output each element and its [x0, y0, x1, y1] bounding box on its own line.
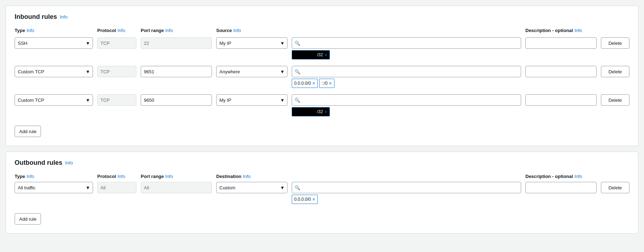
source-select-1[interactable]: My IP Anywhere Custom: [216, 37, 287, 49]
out-col-protocol-info[interactable]: Info: [118, 174, 125, 179]
outbound-rules-section: Outbound rules Info Type Info Protocol I…: [6, 152, 638, 233]
col-type: Type Info: [15, 28, 93, 33]
source-search-wrapper-2: 🔍: [292, 66, 521, 77]
out-port-cell-1: All: [141, 182, 212, 193]
port-input-1: 22: [141, 37, 212, 49]
type-select-1[interactable]: SSH Custom TCP All traffic: [15, 37, 93, 49]
out-type-select-1[interactable]: All traffic Custom TCP SSH: [15, 182, 93, 193]
inbound-rules-section: Inbound rules Info Type Info Protocol In…: [6, 6, 638, 146]
port-input-2[interactable]: [141, 66, 212, 77]
tag-close-2-1[interactable]: ×: [312, 81, 315, 86]
col-protocol-info[interactable]: Info: [118, 28, 125, 33]
desc-input-2[interactable]: [525, 66, 597, 77]
source-value-cell-2: 🔍 0.0.0.0/0 × ::/0 ×: [292, 66, 521, 89]
outbound-title-row: Outbound rules Info: [15, 159, 629, 167]
inbound-title: Inbound rules: [15, 13, 57, 21]
port-cell-2: [141, 66, 212, 77]
type-select-wrapper-3: SSH Custom TCP All traffic ▼: [15, 94, 93, 106]
out-col-destination: Destination Info: [216, 174, 287, 179]
desc-cell-3: [525, 94, 597, 106]
outbound-rule-row-1: All traffic Custom TCP SSH ▼ All All Cus…: [15, 182, 629, 205]
outbound-add-rule-button[interactable]: Add rule: [15, 213, 41, 225]
out-dest-select-cell-1: Custom Anywhere My IP ▼: [216, 182, 287, 193]
out-protocol-cell-1: All: [97, 182, 136, 193]
source-tags-1: /32 ×: [292, 50, 521, 60]
source-select-wrapper-2: My IP Anywhere Custom ▼: [216, 66, 287, 77]
search-icon-1: 🔍: [295, 41, 300, 46]
inbound-info-link[interactable]: Info: [60, 14, 68, 20]
col-description-info[interactable]: Info: [575, 28, 582, 33]
col-port-range: Port range Info: [141, 28, 212, 33]
source-search-input-3[interactable]: [292, 94, 521, 106]
out-col-description: Description - optional Info: [525, 174, 597, 179]
source-value-cell-1: 🔍 /32 ×: [292, 37, 521, 60]
out-dest-select-wrapper-1: Custom Anywhere My IP ▼: [216, 182, 287, 193]
type-select-wrapper-1: SSH Custom TCP All traffic ▼: [15, 37, 93, 49]
source-select-3[interactable]: My IP Anywhere Custom: [216, 94, 287, 106]
source-select-cell-1: My IP Anywhere Custom ▼: [216, 37, 287, 49]
out-col-type-info[interactable]: Info: [26, 174, 34, 179]
delete-button-2[interactable]: Delete: [601, 66, 629, 77]
protocol-input-1: TCP: [97, 37, 136, 49]
out-delete-button-1[interactable]: Delete: [601, 182, 629, 193]
tag-close-1-1[interactable]: ×: [324, 52, 327, 57]
source-search-wrapper-3: 🔍: [292, 94, 521, 106]
out-delete-cell-1: Delete: [601, 182, 629, 193]
delete-cell-3: Delete: [601, 94, 629, 106]
protocol-input-2: TCP: [97, 66, 136, 77]
port-input-3[interactable]: [141, 94, 212, 106]
col-port-info[interactable]: Info: [165, 28, 173, 33]
out-port-input-1: All: [141, 182, 212, 193]
tag-label-3-1: /32: [317, 109, 323, 114]
out-search-icon-1: 🔍: [295, 185, 300, 190]
outbound-info-link[interactable]: Info: [65, 160, 73, 166]
source-tag-2-1: 0.0.0.0/0 ×: [292, 79, 318, 88]
source-select-wrapper-1: My IP Anywhere Custom ▼: [216, 37, 287, 49]
protocol-cell-2: TCP: [97, 66, 136, 77]
col-source: Source Info: [216, 28, 287, 33]
type-select-3[interactable]: SSH Custom TCP All traffic: [15, 94, 93, 106]
source-tags-2: 0.0.0.0/0 × ::/0 ×: [292, 79, 521, 89]
source-search-wrapper-1: 🔍: [292, 37, 521, 49]
out-col-port-info[interactable]: Info: [165, 174, 173, 179]
out-type-cell-1: All traffic Custom TCP SSH ▼: [15, 182, 93, 193]
out-col-actions: [601, 174, 629, 179]
type-cell-3: SSH Custom TCP All traffic ▼: [15, 94, 93, 106]
desc-input-3[interactable]: [525, 94, 597, 106]
inbound-col-headers: Type Info Protocol Info Port range Info …: [15, 28, 629, 35]
out-dest-search-input-1[interactable]: [292, 182, 521, 193]
port-cell-1: 22: [141, 37, 212, 49]
out-type-select-wrapper-1: All traffic Custom TCP SSH ▼: [15, 182, 93, 193]
protocol-cell-3: TCP: [97, 94, 136, 106]
source-search-input-2[interactable]: [292, 66, 521, 77]
out-desc-input-1[interactable]: [525, 182, 597, 193]
out-desc-cell-1: [525, 182, 597, 193]
out-dest-search-wrapper-1: 🔍: [292, 182, 521, 193]
out-dest-select-1[interactable]: Custom Anywhere My IP: [216, 182, 287, 193]
source-select-2[interactable]: My IP Anywhere Custom: [216, 66, 287, 77]
desc-cell-1: [525, 37, 597, 49]
type-select-2[interactable]: SSH Custom TCP All traffic: [15, 66, 93, 77]
tag-redacted-3-1: [294, 110, 316, 114]
outbound-col-headers: Type Info Protocol Info Port range Info …: [15, 174, 629, 179]
source-select-cell-2: My IP Anywhere Custom ▼: [216, 66, 287, 77]
col-source-info[interactable]: Info: [233, 28, 241, 33]
out-tag-close-1-1[interactable]: ×: [312, 197, 315, 202]
tag-close-2-2[interactable]: ×: [329, 81, 332, 86]
source-search-input-1[interactable]: [292, 37, 521, 49]
delete-cell-1: Delete: [601, 37, 629, 49]
col-actions: [601, 28, 629, 33]
protocol-cell-1: TCP: [97, 37, 136, 49]
out-col-dest-info[interactable]: Info: [243, 174, 251, 179]
col-type-info[interactable]: Info: [26, 28, 34, 33]
inbound-add-rule-button[interactable]: Add rule: [15, 126, 41, 137]
type-cell-2: SSH Custom TCP All traffic ▼: [15, 66, 93, 77]
out-col-protocol: Protocol Info: [97, 174, 136, 179]
delete-button-1[interactable]: Delete: [601, 37, 629, 49]
source-value-cell-3: 🔍 /32 ×: [292, 94, 521, 117]
delete-button-3[interactable]: Delete: [601, 94, 629, 106]
tag-close-3-1[interactable]: ×: [324, 109, 327, 114]
desc-input-1[interactable]: [525, 37, 597, 49]
out-col-desc-info[interactable]: Info: [575, 174, 582, 179]
port-cell-3: [141, 94, 212, 106]
